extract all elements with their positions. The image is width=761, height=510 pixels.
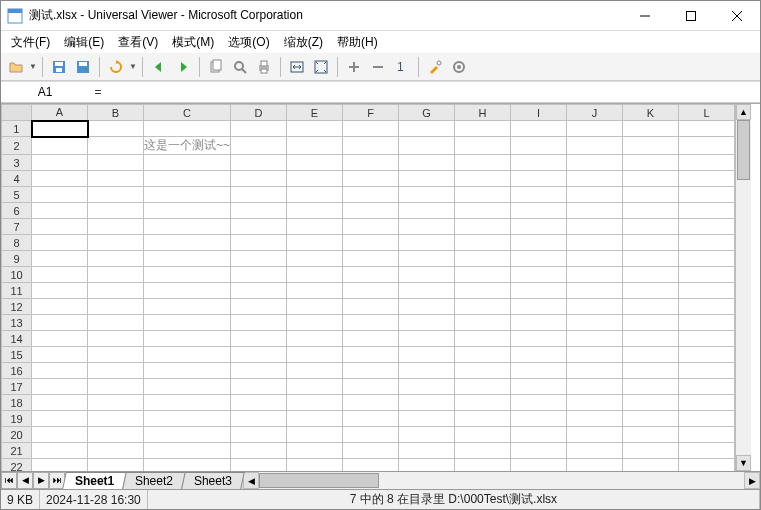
- cell-H7[interactable]: [455, 219, 511, 235]
- cell-J5[interactable]: [567, 187, 623, 203]
- cell-I22[interactable]: [511, 459, 567, 472]
- cell-E6[interactable]: [287, 203, 343, 219]
- cell-B11[interactable]: [88, 283, 144, 299]
- cell-B2[interactable]: [88, 137, 144, 155]
- zoom-out-icon[interactable]: [367, 56, 389, 78]
- cell-D16[interactable]: [231, 363, 287, 379]
- col-header-K[interactable]: K: [623, 105, 679, 121]
- cell-A4[interactable]: [32, 171, 88, 187]
- cell-E4[interactable]: [287, 171, 343, 187]
- cell-D1[interactable]: [231, 121, 287, 137]
- cell-G5[interactable]: [399, 187, 455, 203]
- cell-B15[interactable]: [88, 347, 144, 363]
- cell-K21[interactable]: [623, 443, 679, 459]
- cell-D5[interactable]: [231, 187, 287, 203]
- cell-J6[interactable]: [567, 203, 623, 219]
- maximize-button[interactable]: [668, 1, 714, 30]
- cell-E20[interactable]: [287, 427, 343, 443]
- scroll-up-icon[interactable]: ▲: [736, 104, 751, 120]
- menu-help[interactable]: 帮助(H): [331, 32, 384, 53]
- next-icon[interactable]: [172, 56, 194, 78]
- tab-prev-icon[interactable]: ◀: [17, 472, 33, 489]
- cell-A17[interactable]: [32, 379, 88, 395]
- cell-I16[interactable]: [511, 363, 567, 379]
- menu-edit[interactable]: 编辑(E): [58, 32, 110, 53]
- cell-B17[interactable]: [88, 379, 144, 395]
- col-header-I[interactable]: I: [511, 105, 567, 121]
- cell-I2[interactable]: [511, 137, 567, 155]
- cell-C22[interactable]: [144, 459, 231, 472]
- row-header-1[interactable]: 1: [2, 121, 32, 137]
- cell-K9[interactable]: [623, 251, 679, 267]
- cell-D10[interactable]: [231, 267, 287, 283]
- cell-H5[interactable]: [455, 187, 511, 203]
- cell-D14[interactable]: [231, 331, 287, 347]
- col-header-G[interactable]: G: [399, 105, 455, 121]
- cell-A16[interactable]: [32, 363, 88, 379]
- cell-G1[interactable]: [399, 121, 455, 137]
- cell-J7[interactable]: [567, 219, 623, 235]
- cell-E21[interactable]: [287, 443, 343, 459]
- row-header-5[interactable]: 5: [2, 187, 32, 203]
- cell-J13[interactable]: [567, 315, 623, 331]
- cell-I20[interactable]: [511, 427, 567, 443]
- formula-input[interactable]: [107, 82, 760, 102]
- cell-F21[interactable]: [343, 443, 399, 459]
- row-header-6[interactable]: 6: [2, 203, 32, 219]
- cell-A8[interactable]: [32, 235, 88, 251]
- cell-L19[interactable]: [679, 411, 735, 427]
- cell-H3[interactable]: [455, 155, 511, 171]
- cell-K14[interactable]: [623, 331, 679, 347]
- fit-width-icon[interactable]: [286, 56, 308, 78]
- cell-E3[interactable]: [287, 155, 343, 171]
- cell-J4[interactable]: [567, 171, 623, 187]
- cell-K19[interactable]: [623, 411, 679, 427]
- cell-H1[interactable]: [455, 121, 511, 137]
- row-header-12[interactable]: 12: [2, 299, 32, 315]
- row-header-19[interactable]: 19: [2, 411, 32, 427]
- search-icon[interactable]: [229, 56, 251, 78]
- cell-C1[interactable]: [144, 121, 231, 137]
- cell-G10[interactable]: [399, 267, 455, 283]
- row-header-16[interactable]: 16: [2, 363, 32, 379]
- scroll-left-icon[interactable]: ◀: [243, 472, 259, 489]
- cell-C8[interactable]: [144, 235, 231, 251]
- open-dropdown[interactable]: ▼: [29, 56, 37, 78]
- cell-A14[interactable]: [32, 331, 88, 347]
- cell-B20[interactable]: [88, 427, 144, 443]
- cell-K2[interactable]: [623, 137, 679, 155]
- cell-I13[interactable]: [511, 315, 567, 331]
- cell-D21[interactable]: [231, 443, 287, 459]
- cell-A7[interactable]: [32, 219, 88, 235]
- cell-D2[interactable]: [231, 137, 287, 155]
- cell-D8[interactable]: [231, 235, 287, 251]
- cell-I14[interactable]: [511, 331, 567, 347]
- cell-F3[interactable]: [343, 155, 399, 171]
- cell-B18[interactable]: [88, 395, 144, 411]
- row-header-13[interactable]: 13: [2, 315, 32, 331]
- cell-K15[interactable]: [623, 347, 679, 363]
- cell-K13[interactable]: [623, 315, 679, 331]
- cell-E5[interactable]: [287, 187, 343, 203]
- scroll-right-icon[interactable]: ▶: [744, 472, 760, 489]
- cell-B14[interactable]: [88, 331, 144, 347]
- cell-H16[interactable]: [455, 363, 511, 379]
- cell-A1[interactable]: [32, 121, 88, 137]
- cell-K16[interactable]: [623, 363, 679, 379]
- cell-B1[interactable]: [88, 121, 144, 137]
- cell-A11[interactable]: [32, 283, 88, 299]
- cell-K12[interactable]: [623, 299, 679, 315]
- cell-D15[interactable]: [231, 347, 287, 363]
- cell-E14[interactable]: [287, 331, 343, 347]
- cell-F7[interactable]: [343, 219, 399, 235]
- row-header-21[interactable]: 21: [2, 443, 32, 459]
- cell-I21[interactable]: [511, 443, 567, 459]
- zoom-in-icon[interactable]: [343, 56, 365, 78]
- cell-J16[interactable]: [567, 363, 623, 379]
- cell-J8[interactable]: [567, 235, 623, 251]
- cell-L22[interactable]: [679, 459, 735, 472]
- cell-B3[interactable]: [88, 155, 144, 171]
- cell-G8[interactable]: [399, 235, 455, 251]
- row-header-10[interactable]: 10: [2, 267, 32, 283]
- cell-H17[interactable]: [455, 379, 511, 395]
